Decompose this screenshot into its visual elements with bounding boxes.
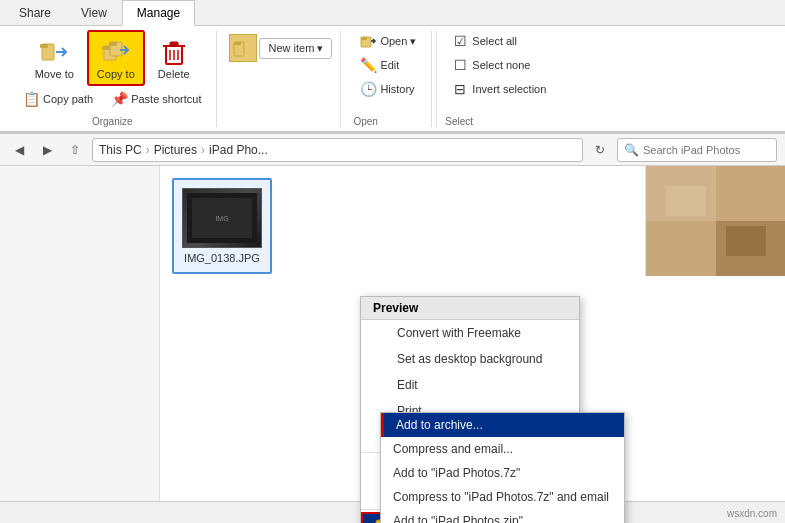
invert-selection-button[interactable]: ⊟ Invert selection <box>445 78 553 100</box>
compress-7z-email-label: Compress to "iPad Photos.7z" and email <box>393 490 609 504</box>
edit-label: Edit <box>380 59 399 71</box>
copy-to-label: Copy to <box>97 68 135 80</box>
submenu-add-zip[interactable]: Add to "iPad Photos.zip" <box>381 509 624 523</box>
right-thumb-image <box>646 166 785 276</box>
ribbon-organize-buttons: Move to Copy to <box>26 30 199 86</box>
edit-button[interactable]: ✏️ Edit <box>353 54 423 76</box>
select-none-button[interactable]: ☐ Select none <box>445 54 553 76</box>
submenu-7zip: Add to archive... Compress and email... … <box>380 412 625 523</box>
submenu-compress-7z-email[interactable]: Compress to "iPad Photos.7z" and email <box>381 485 624 509</box>
paste-shortcut-label: Paste shortcut <box>131 93 201 105</box>
edit-ctx-icon <box>373 377 389 393</box>
move-to-label: Move to <box>35 68 74 80</box>
copy-to-icon <box>100 36 132 68</box>
ribbon: Share View Manage Move to <box>0 0 785 134</box>
file-thumb-inner: IMG <box>183 189 261 247</box>
history-button[interactable]: 🕒 History <box>353 78 423 100</box>
move-to-icon <box>38 36 70 68</box>
add-archive-label: Add to archive... <box>396 418 483 432</box>
nav-panel <box>0 166 160 523</box>
history-label: History <box>380 83 414 95</box>
submenu-compress-email[interactable]: Compress and email... <box>381 437 624 461</box>
desktop-bg-icon <box>373 351 389 367</box>
ribbon-group-open: Open ▾ ✏️ Edit 🕒 History Open <box>345 30 432 127</box>
organize-group-label: Organize <box>92 112 133 127</box>
delete-label: Delete <box>158 68 190 80</box>
ribbon-group-select: ☑ Select all ☐ Select none ⊟ Invert sele… <box>436 30 561 127</box>
svg-rect-3 <box>102 46 110 50</box>
select-none-icon: ☐ <box>452 57 468 73</box>
up-button[interactable]: ⇧ <box>64 139 86 161</box>
ribbon-body: Move to Copy to <box>0 26 785 133</box>
svg-rect-22 <box>666 186 706 216</box>
svg-text:IMG: IMG <box>215 215 228 222</box>
file-area: IMG IMG_0138.JPG Preview <box>160 166 785 523</box>
path-this-pc[interactable]: This PC <box>99 143 142 157</box>
select-all-icon: ☑ <box>452 33 468 49</box>
add-zip-label: Add to "iPad Photos.zip" <box>393 514 523 523</box>
right-thumbnail <box>645 166 785 276</box>
path-pictures[interactable]: Pictures <box>154 143 197 157</box>
refresh-button[interactable]: ↻ <box>589 139 611 161</box>
context-item-edit[interactable]: Edit <box>361 372 579 398</box>
file-thumbnail: IMG <box>182 188 262 248</box>
file-item[interactable]: IMG IMG_0138.JPG <box>172 178 272 274</box>
open-icon <box>360 33 376 49</box>
path-ipad-photos[interactable]: iPad Pho... <box>209 143 268 157</box>
copy-path-button[interactable]: 📋 Copy path <box>16 88 100 110</box>
compress-email-label: Compress and email... <box>393 442 513 456</box>
move-to-button[interactable]: Move to <box>26 31 83 85</box>
open-label: Open ▾ <box>380 35 416 48</box>
ribbon-clipboard-small: 📋 Copy path 📌 Paste shortcut <box>16 88 208 110</box>
edit-ctx-label: Edit <box>397 378 418 392</box>
select-all-button[interactable]: ☑ Select all <box>445 30 553 52</box>
ribbon-group-organize: Move to Copy to <box>8 30 217 127</box>
add-7z-label: Add to "iPad Photos.7z" <box>393 466 520 480</box>
ribbon-group-new: New item ▾ <box>221 30 341 127</box>
file-name-label: IMG_0138.JPG <box>184 252 260 264</box>
convert-label: Convert with Freemake <box>397 326 521 340</box>
copy-path-label: Copy path <box>43 93 93 105</box>
address-path[interactable]: This PC › Pictures › iPad Pho... <box>92 138 583 162</box>
history-icon: 🕒 <box>360 81 376 97</box>
new-item-label: New item ▾ <box>268 42 323 55</box>
desktop-bg-label: Set as desktop background <box>397 352 542 366</box>
main-content: IMG IMG_0138.JPG Preview <box>0 166 785 523</box>
search-input[interactable] <box>643 144 770 156</box>
convert-icon <box>373 325 389 341</box>
forward-button[interactable]: ▶ <box>36 139 58 161</box>
search-box[interactable]: 🔍 <box>617 138 777 162</box>
delete-button[interactable]: Delete <box>149 31 199 85</box>
submenu-add-archive[interactable]: Add to archive... <box>381 413 624 437</box>
svg-rect-1 <box>40 44 48 48</box>
open-button[interactable]: Open ▾ <box>353 30 423 52</box>
select-group-label: Select <box>445 112 553 127</box>
new-item-button[interactable]: New item ▾ <box>259 38 332 59</box>
delete-icon <box>158 36 190 68</box>
select-none-label: Select none <box>472 59 530 71</box>
svg-rect-8 <box>170 42 178 46</box>
svg-rect-13 <box>234 42 241 45</box>
paste-shortcut-icon: 📌 <box>111 91 127 107</box>
open-group-label: Open <box>353 112 423 127</box>
context-item-desktop-bg[interactable]: Set as desktop background <box>361 346 579 372</box>
ribbon-tab-bar: Share View Manage <box>0 0 785 26</box>
paste-shortcut-button[interactable]: 📌 Paste shortcut <box>104 88 208 110</box>
tab-manage[interactable]: Manage <box>122 0 195 26</box>
invert-selection-label: Invert selection <box>472 83 546 95</box>
submenu-add-7z[interactable]: Add to "iPad Photos.7z" <box>381 461 624 485</box>
svg-rect-5 <box>109 42 117 46</box>
copy-to-button[interactable]: Copy to <box>87 30 145 86</box>
search-icon: 🔍 <box>624 143 639 157</box>
back-button[interactable]: ◀ <box>8 139 30 161</box>
context-menu-header: Preview <box>361 297 579 320</box>
svg-rect-23 <box>726 226 766 256</box>
svg-rect-15 <box>361 37 367 40</box>
address-bar: ◀ ▶ ⇧ This PC › Pictures › iPad Pho... ↻… <box>0 134 785 166</box>
watermark: wsxdn.com <box>727 508 777 519</box>
copy-path-icon: 📋 <box>23 91 39 107</box>
context-item-convert[interactable]: Convert with Freemake <box>361 320 579 346</box>
tab-share[interactable]: Share <box>4 0 66 25</box>
tab-view[interactable]: View <box>66 0 122 25</box>
select-all-label: Select all <box>472 35 517 47</box>
